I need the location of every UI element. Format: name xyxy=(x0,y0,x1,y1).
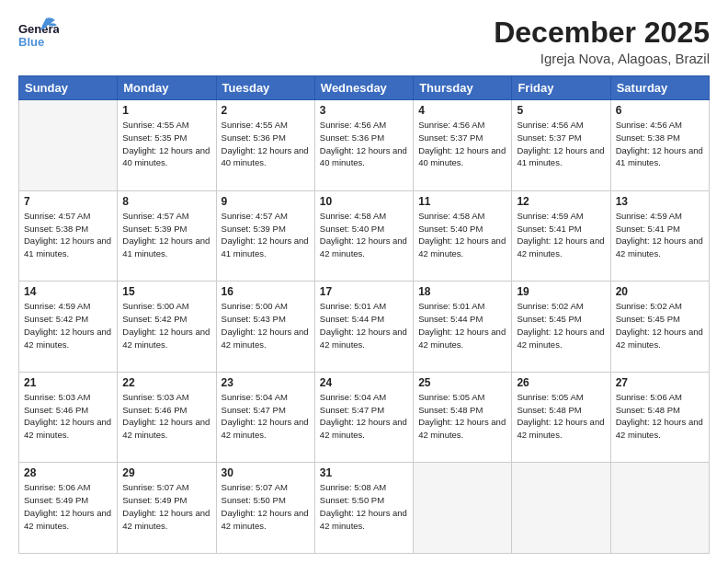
calendar-cell: 8 Sunrise: 4:57 AMSunset: 5:39 PMDayligh… xyxy=(118,190,216,282)
calendar-cell: 5 Sunrise: 4:56 AMSunset: 5:37 PMDayligh… xyxy=(512,100,610,191)
calendar-table: SundayMondayTuesdayWednesdayThursdayFrid… xyxy=(18,75,710,554)
cell-info: Sunrise: 5:03 AMSunset: 5:46 PMDaylight:… xyxy=(122,392,210,440)
calendar-cell: 15 Sunrise: 5:00 AMSunset: 5:42 PMDaylig… xyxy=(118,282,216,373)
day-number: 17 xyxy=(320,285,408,298)
cell-info: Sunrise: 4:59 AMSunset: 5:41 PMDaylight:… xyxy=(517,211,604,259)
day-number: 5 xyxy=(517,104,605,117)
cell-info: Sunrise: 4:58 AMSunset: 5:40 PMDaylight:… xyxy=(320,211,407,259)
day-number: 19 xyxy=(517,285,605,298)
cell-info: Sunrise: 5:06 AMSunset: 5:48 PMDaylight:… xyxy=(616,392,703,440)
cell-info: Sunrise: 5:01 AMSunset: 5:44 PMDaylight:… xyxy=(418,301,506,349)
calendar-cell: 21 Sunrise: 5:03 AMSunset: 5:46 PMDaylig… xyxy=(19,372,118,463)
cell-info: Sunrise: 4:55 AMSunset: 5:35 PMDaylight:… xyxy=(122,120,210,167)
day-header-thursday: Thursday xyxy=(414,76,512,100)
cell-info: Sunrise: 5:00 AMSunset: 5:43 PMDaylight:… xyxy=(222,301,309,349)
day-number: 10 xyxy=(320,195,408,208)
calendar-cell: 9 Sunrise: 4:57 AMSunset: 5:39 PMDayligh… xyxy=(216,190,314,282)
cell-info: Sunrise: 5:02 AMSunset: 5:45 PMDaylight:… xyxy=(517,301,604,349)
week-row-1: 1 Sunrise: 4:55 AMSunset: 5:35 PMDayligh… xyxy=(19,100,710,191)
cell-info: Sunrise: 4:56 AMSunset: 5:37 PMDaylight:… xyxy=(517,120,604,167)
cell-info: Sunrise: 5:07 AMSunset: 5:50 PMDaylight:… xyxy=(222,482,309,530)
cell-info: Sunrise: 5:00 AMSunset: 5:42 PMDaylight:… xyxy=(122,301,210,349)
cell-info: Sunrise: 5:06 AMSunset: 5:49 PMDaylight:… xyxy=(24,482,111,530)
calendar-cell: 25 Sunrise: 5:05 AMSunset: 5:48 PMDaylig… xyxy=(414,372,512,463)
cell-info: Sunrise: 4:56 AMSunset: 5:38 PMDaylight:… xyxy=(616,120,703,167)
calendar-cell: 13 Sunrise: 4:59 AMSunset: 5:41 PMDaylig… xyxy=(610,190,709,282)
calendar-cell: 14 Sunrise: 4:59 AMSunset: 5:42 PMDaylig… xyxy=(19,282,118,373)
cell-info: Sunrise: 5:05 AMSunset: 5:48 PMDaylight:… xyxy=(418,392,506,440)
calendar-cell: 4 Sunrise: 4:56 AMSunset: 5:37 PMDayligh… xyxy=(414,100,512,191)
calendar-cell: 16 Sunrise: 5:00 AMSunset: 5:43 PMDaylig… xyxy=(216,282,314,373)
calendar-cell: 7 Sunrise: 4:57 AMSunset: 5:38 PMDayligh… xyxy=(19,190,118,282)
day-number: 1 xyxy=(122,104,210,117)
day-number: 30 xyxy=(222,466,310,479)
day-header-friday: Friday xyxy=(512,76,610,100)
calendar-cell: 11 Sunrise: 4:58 AMSunset: 5:40 PMDaylig… xyxy=(414,190,512,282)
day-header-wednesday: Wednesday xyxy=(314,76,413,100)
day-header-monday: Monday xyxy=(118,76,216,100)
cell-info: Sunrise: 4:55 AMSunset: 5:36 PMDaylight:… xyxy=(222,120,309,167)
cell-info: Sunrise: 4:56 AMSunset: 5:36 PMDaylight:… xyxy=(320,120,407,167)
day-number: 22 xyxy=(122,376,210,389)
calendar-cell: 31 Sunrise: 5:08 AMSunset: 5:50 PMDaylig… xyxy=(314,463,413,554)
header: General Blue December 2025 Igreja Nova, … xyxy=(18,17,710,66)
day-number: 26 xyxy=(517,376,605,389)
day-number: 15 xyxy=(122,285,210,298)
svg-text:Blue: Blue xyxy=(18,35,44,49)
calendar-cell: 6 Sunrise: 4:56 AMSunset: 5:38 PMDayligh… xyxy=(610,100,709,191)
day-number: 31 xyxy=(320,466,408,479)
week-row-4: 21 Sunrise: 5:03 AMSunset: 5:46 PMDaylig… xyxy=(19,372,710,463)
cell-info: Sunrise: 5:08 AMSunset: 5:50 PMDaylight:… xyxy=(320,482,407,530)
calendar-cell: 3 Sunrise: 4:56 AMSunset: 5:36 PMDayligh… xyxy=(314,100,413,191)
cell-info: Sunrise: 5:05 AMSunset: 5:48 PMDaylight:… xyxy=(517,392,604,440)
cell-info: Sunrise: 4:57 AMSunset: 5:39 PMDaylight:… xyxy=(222,211,309,259)
calendar-cell: 19 Sunrise: 5:02 AMSunset: 5:45 PMDaylig… xyxy=(512,282,610,373)
day-number: 3 xyxy=(320,104,408,117)
calendar-cell: 22 Sunrise: 5:03 AMSunset: 5:46 PMDaylig… xyxy=(118,372,216,463)
calendar-cell: 23 Sunrise: 5:04 AMSunset: 5:47 PMDaylig… xyxy=(216,372,314,463)
calendar-cell: 24 Sunrise: 5:04 AMSunset: 5:47 PMDaylig… xyxy=(314,372,413,463)
day-number: 2 xyxy=(222,104,310,117)
day-number: 9 xyxy=(222,195,310,208)
calendar-cell: 2 Sunrise: 4:55 AMSunset: 5:36 PMDayligh… xyxy=(216,100,314,191)
calendar-cell: 1 Sunrise: 4:55 AMSunset: 5:35 PMDayligh… xyxy=(118,100,216,191)
day-number: 29 xyxy=(122,466,210,479)
day-number: 8 xyxy=(122,195,210,208)
day-number: 4 xyxy=(418,104,506,117)
calendar-cell: 12 Sunrise: 4:59 AMSunset: 5:41 PMDaylig… xyxy=(512,190,610,282)
logo-icon: General Blue xyxy=(18,17,59,50)
cell-info: Sunrise: 4:59 AMSunset: 5:42 PMDaylight:… xyxy=(24,301,111,349)
cell-info: Sunrise: 5:04 AMSunset: 5:47 PMDaylight:… xyxy=(222,392,309,440)
title-block: December 2025 Igreja Nova, Alagoas, Braz… xyxy=(494,17,710,66)
day-number: 24 xyxy=(320,376,408,389)
location: Igreja Nova, Alagoas, Brazil xyxy=(494,51,710,66)
calendar-cell: 17 Sunrise: 5:01 AMSunset: 5:44 PMDaylig… xyxy=(314,282,413,373)
cell-info: Sunrise: 4:58 AMSunset: 5:40 PMDaylight:… xyxy=(418,211,506,259)
day-number: 23 xyxy=(222,376,310,389)
days-header-row: SundayMondayTuesdayWednesdayThursdayFrid… xyxy=(19,76,710,100)
cell-info: Sunrise: 4:57 AMSunset: 5:38 PMDaylight:… xyxy=(24,211,111,259)
day-number: 28 xyxy=(24,466,112,479)
calendar-cell: 30 Sunrise: 5:07 AMSunset: 5:50 PMDaylig… xyxy=(216,463,314,554)
day-number: 6 xyxy=(616,104,704,117)
calendar-cell xyxy=(512,463,610,554)
day-header-sunday: Sunday xyxy=(19,76,118,100)
calendar-cell: 27 Sunrise: 5:06 AMSunset: 5:48 PMDaylig… xyxy=(610,372,709,463)
day-number: 25 xyxy=(418,376,506,389)
day-number: 14 xyxy=(24,285,112,298)
day-number: 12 xyxy=(517,195,605,208)
cell-info: Sunrise: 4:57 AMSunset: 5:39 PMDaylight:… xyxy=(122,211,210,259)
calendar-cell: 26 Sunrise: 5:05 AMSunset: 5:48 PMDaylig… xyxy=(512,372,610,463)
cell-info: Sunrise: 5:03 AMSunset: 5:46 PMDaylight:… xyxy=(24,392,111,440)
day-number: 13 xyxy=(616,195,704,208)
cell-info: Sunrise: 5:01 AMSunset: 5:44 PMDaylight:… xyxy=(320,301,407,349)
cell-info: Sunrise: 5:07 AMSunset: 5:49 PMDaylight:… xyxy=(122,482,210,530)
month-title: December 2025 xyxy=(494,17,710,49)
calendar-cell: 29 Sunrise: 5:07 AMSunset: 5:49 PMDaylig… xyxy=(118,463,216,554)
day-number: 11 xyxy=(418,195,506,208)
cell-info: Sunrise: 5:04 AMSunset: 5:47 PMDaylight:… xyxy=(320,392,407,440)
calendar-cell xyxy=(610,463,709,554)
day-header-tuesday: Tuesday xyxy=(216,76,314,100)
cell-info: Sunrise: 5:02 AMSunset: 5:45 PMDaylight:… xyxy=(616,301,703,349)
calendar-cell xyxy=(19,100,118,191)
